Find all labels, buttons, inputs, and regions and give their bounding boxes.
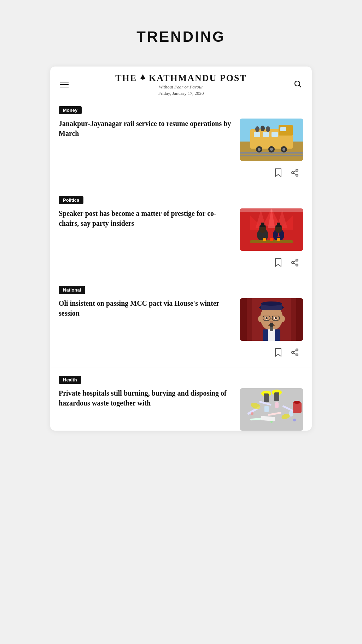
svg-rect-55 xyxy=(240,298,247,341)
bookmark-button-1[interactable] xyxy=(273,167,284,180)
article-content-1: Janakpur-Jayanagar rail service to resum… xyxy=(59,119,303,161)
svg-rect-10 xyxy=(254,132,260,137)
svg-rect-12 xyxy=(272,132,278,137)
svg-point-101 xyxy=(270,421,273,423)
svg-line-3 xyxy=(299,86,301,87)
svg-line-52 xyxy=(294,263,296,265)
category-badge-politics[interactable]: Politics xyxy=(59,196,83,204)
svg-point-99 xyxy=(293,401,300,404)
category-badge-health[interactable]: Health xyxy=(59,376,81,384)
svg-point-22 xyxy=(266,126,270,132)
svg-point-72 xyxy=(281,316,285,322)
svg-line-80 xyxy=(294,353,296,355)
category-badge-money[interactable]: Money xyxy=(59,106,82,114)
bookmark-button-3[interactable] xyxy=(273,347,284,360)
svg-rect-57 xyxy=(247,298,252,341)
article-section-politics: Politics Speaker post has become a matte… xyxy=(50,188,312,278)
card-header: THE KATHMANDU POST Without Fear or Favou… xyxy=(50,67,312,98)
article-content-2: Speaker post has become a matter of pres… xyxy=(59,208,303,251)
svg-point-46 xyxy=(263,238,266,241)
article-title-4[interactable]: Private hospitals still burning, burying… xyxy=(59,388,234,408)
svg-rect-56 xyxy=(296,298,303,341)
article-image-3 xyxy=(240,298,303,341)
svg-point-66 xyxy=(275,317,277,319)
svg-rect-35 xyxy=(240,208,303,212)
news-card: THE KATHMANDU POST Without Fear or Favou… xyxy=(50,67,312,431)
svg-point-76 xyxy=(269,323,274,327)
svg-rect-7 xyxy=(240,155,303,156)
svg-point-15 xyxy=(258,148,261,151)
share-button-2[interactable] xyxy=(289,257,300,270)
svg-line-53 xyxy=(294,261,296,262)
logo-text-the: THE xyxy=(115,73,137,84)
svg-point-19 xyxy=(282,148,285,151)
svg-point-17 xyxy=(270,148,273,151)
svg-rect-11 xyxy=(263,132,269,137)
article-content-4: Private hospitals still burning, burying… xyxy=(59,388,303,431)
svg-rect-89 xyxy=(275,402,279,408)
svg-point-100 xyxy=(251,412,253,415)
logo-text-kathmandu-post: KATHMANDU POST xyxy=(149,73,247,84)
publication-date: Friday, January 17, 2020 xyxy=(70,91,292,96)
article-actions-3 xyxy=(59,341,303,368)
logo-tree-icon xyxy=(139,73,147,84)
article-actions-2 xyxy=(59,251,303,278)
article-title-1[interactable]: Janakpur-Jayanagar rail service to resum… xyxy=(59,119,234,138)
svg-point-48 xyxy=(277,238,280,241)
svg-line-26 xyxy=(294,173,296,175)
svg-rect-96 xyxy=(264,393,269,402)
svg-rect-88 xyxy=(264,406,269,412)
svg-rect-98 xyxy=(293,402,302,413)
svg-rect-43 xyxy=(277,223,280,227)
hamburger-menu-button[interactable] xyxy=(59,80,70,89)
article-actions-1 xyxy=(59,161,303,188)
svg-point-102 xyxy=(293,419,296,421)
svg-line-27 xyxy=(294,171,296,172)
svg-rect-39 xyxy=(261,223,264,227)
article-image-4 xyxy=(240,388,303,431)
svg-rect-97 xyxy=(274,392,279,401)
svg-rect-13 xyxy=(280,127,286,131)
article-content-3: Oli insistent on passing MCC pact via Ho… xyxy=(59,298,303,341)
article-title-3[interactable]: Oli insistent on passing MCC pact via Ho… xyxy=(59,298,234,318)
svg-point-21 xyxy=(261,126,265,131)
publication-tagline: Without Fear or Favour xyxy=(70,84,292,90)
article-section-national: National Oli insistent on passing MCC pa… xyxy=(50,278,312,368)
logo-area: THE KATHMANDU POST Without Fear or Favou… xyxy=(70,73,292,96)
share-button-1[interactable] xyxy=(289,167,300,180)
search-button[interactable] xyxy=(292,78,303,91)
svg-line-81 xyxy=(294,351,296,352)
svg-rect-58 xyxy=(291,298,296,341)
svg-rect-1 xyxy=(142,79,144,80)
page-title: TRENDING xyxy=(136,28,225,45)
article-image-2 xyxy=(240,208,303,251)
article-title-2[interactable]: Speaker post has become a matter of pres… xyxy=(59,208,234,228)
article-image-1 xyxy=(240,119,303,161)
article-text-2: Speaker post has become a matter of pres… xyxy=(59,208,234,228)
article-text-3: Oli insistent on passing MCC pact via Ho… xyxy=(59,298,234,318)
category-badge-national[interactable]: National xyxy=(59,286,85,294)
publication-name: THE KATHMANDU POST xyxy=(70,73,292,84)
article-section-money: Money Janakpur-Jayanagar rail service to… xyxy=(50,98,312,188)
svg-marker-0 xyxy=(140,74,145,79)
article-text-4: Private hospitals still burning, burying… xyxy=(59,388,234,408)
article-section-health: Health Private hospitals still burning, … xyxy=(50,368,312,431)
article-text-1: Janakpur-Jayanagar rail service to resum… xyxy=(59,119,234,138)
svg-point-71 xyxy=(258,316,262,322)
svg-point-65 xyxy=(265,317,268,319)
share-button-3[interactable] xyxy=(289,347,300,360)
svg-point-70 xyxy=(261,301,282,306)
svg-point-20 xyxy=(255,126,259,132)
bookmark-button-2[interactable] xyxy=(273,257,284,270)
svg-point-47 xyxy=(270,238,273,241)
